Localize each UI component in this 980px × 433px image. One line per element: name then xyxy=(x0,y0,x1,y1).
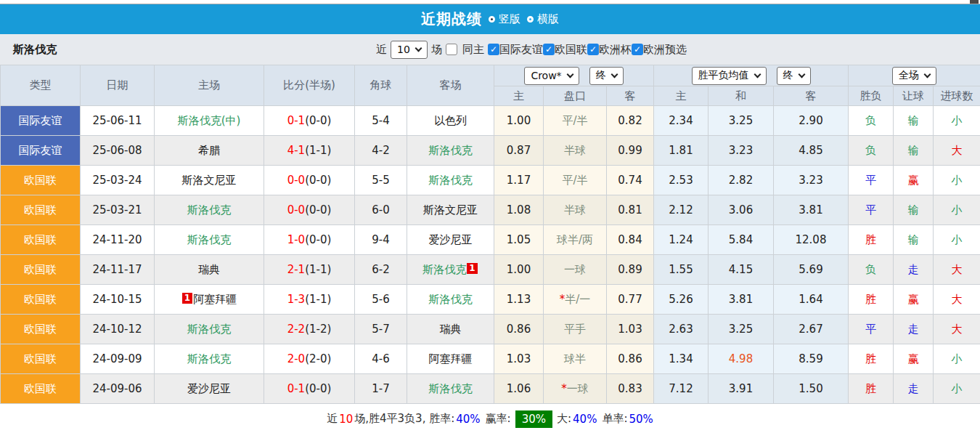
scrollbar-corner xyxy=(970,0,979,4)
chevron-down-icon xyxy=(611,71,618,78)
col-header-date: 日期 xyxy=(81,65,155,106)
league-checkbox[interactable] xyxy=(587,44,599,55)
result-goals: 小 xyxy=(934,106,980,136)
red-card-badge: 1 xyxy=(467,263,477,274)
odds-away: 0.81 xyxy=(607,195,654,225)
col-header-away: 客场 xyxy=(407,65,494,106)
avg-draw: 2.82 xyxy=(709,166,774,195)
chevron-down-icon xyxy=(566,71,573,78)
fulltime-score: 2-0 xyxy=(287,352,306,365)
summary-single-label: 单率: xyxy=(602,412,627,426)
avg-home: 2.63 xyxy=(654,315,709,344)
type-badge: 欧国联 xyxy=(1,344,81,374)
home-team: 斯洛伐克 xyxy=(155,195,264,225)
summary-win-rate: 40% xyxy=(456,413,480,426)
avg-away: 1.50 xyxy=(774,374,849,404)
league-filter-item[interactable]: 欧国联 xyxy=(543,43,587,57)
radio-unselected-icon[interactable] xyxy=(527,16,534,23)
bookmaker-select[interactable]: Crow* xyxy=(524,67,579,85)
handicap-label: 一球 xyxy=(564,263,586,276)
corners: 5-7 xyxy=(355,315,407,344)
fulltime-score: 1-0 xyxy=(287,233,306,246)
corners: 5-6 xyxy=(355,285,407,315)
results-body: 国际友谊25-06-11斯洛伐克(中)0-1(0-0)5-4以色列1.00平/半… xyxy=(1,106,980,404)
league-filter-item[interactable]: 欧洲预选 xyxy=(632,43,687,57)
match-date: 24-10-12 xyxy=(81,315,155,344)
avg-type-select[interactable]: 胜平负均值 xyxy=(692,67,767,85)
score: 0-0(0-0) xyxy=(264,166,355,195)
scope-group-header: 全场 xyxy=(849,65,980,86)
avg-home: 1.34 xyxy=(654,344,709,374)
result-wdl: 平 xyxy=(849,195,894,225)
team-label: 斯洛文尼亚 xyxy=(182,174,237,187)
avg-away: 1.64 xyxy=(774,285,849,315)
match-date: 24-11-20 xyxy=(81,225,155,255)
handicap-label: 球半 xyxy=(564,352,586,365)
league-checkbox[interactable] xyxy=(543,44,555,55)
scope-select[interactable]: 全场 xyxy=(892,67,936,85)
avg-home: 1.24 xyxy=(654,225,709,255)
fulltime-score: 0-1 xyxy=(287,114,306,127)
bookmaker-time-select[interactable]: 终 xyxy=(589,67,624,85)
league-filter-item[interactable]: 国际友谊 xyxy=(488,43,543,57)
match-count-value: 10 xyxy=(397,44,410,55)
corners: 6-2 xyxy=(355,255,407,285)
team-label: 斯洛伐克 xyxy=(429,174,473,187)
avg-away: 8.59 xyxy=(774,344,849,374)
league-filter-item[interactable]: 欧洲杯 xyxy=(587,43,632,57)
same-home-checkbox[interactable] xyxy=(446,44,457,55)
league-checkbox[interactable] xyxy=(632,44,643,55)
team-label: 斯洛文尼亚 xyxy=(423,203,478,216)
filter-bar: 斯洛伐克 近 10 场 同主 国际友谊欧国联欧洲杯欧洲预选 xyxy=(0,34,980,65)
match-count-select[interactable]: 10 xyxy=(391,41,428,59)
result-wdl: 负 xyxy=(849,136,894,166)
result-handicap: 输 xyxy=(894,136,934,166)
match-date: 25-03-21 xyxy=(81,195,155,225)
odds-away: 0.84 xyxy=(607,225,654,255)
odds-handicap: 平手 xyxy=(544,315,607,344)
table-row: 欧国联24-09-09斯洛伐克2-0(2-0)4-6阿塞拜疆1.03球半0.86… xyxy=(1,344,980,374)
radio-selected-icon[interactable] xyxy=(489,16,495,23)
result-wdl: 胜 xyxy=(849,344,894,374)
handicap-label: 半/一 xyxy=(565,293,590,306)
avg-group-header: 胜平负均值 终 xyxy=(654,65,849,86)
corners: 5-5 xyxy=(355,166,407,195)
result-handicap: 赢 xyxy=(894,344,934,374)
fulltime-score: 2-2 xyxy=(287,323,306,336)
layout-horizontal-option[interactable]: 横版 xyxy=(527,12,559,26)
home-team: 希腊 xyxy=(155,136,264,166)
avg-away: 3.23 xyxy=(774,166,849,195)
away-team: 阿塞拜疆 xyxy=(407,344,494,374)
avg-home: 1.81 xyxy=(654,136,709,166)
avg-home: 2.12 xyxy=(654,195,709,225)
team-label: 斯洛伐克 xyxy=(429,382,473,395)
layout-vertical-option[interactable]: 竖版 xyxy=(489,12,520,26)
halftime-score: (1-1) xyxy=(305,263,331,276)
odds-home: 1.06 xyxy=(494,374,544,404)
team-label: 斯洛伐克 xyxy=(422,263,466,276)
col-header-corners: 角球 xyxy=(355,65,407,106)
home-team: 1阿塞拜疆 xyxy=(155,285,264,315)
chevron-down-icon xyxy=(798,71,805,78)
type-badge: 欧国联 xyxy=(1,195,81,225)
chevron-down-icon xyxy=(924,71,931,78)
away-team: 斯洛伐克 xyxy=(407,374,494,404)
team-label: 斯洛伐克 xyxy=(187,203,231,216)
red-card-badge: 1 xyxy=(182,293,192,304)
result-goals: 小 xyxy=(934,166,980,195)
corners: 5-4 xyxy=(355,106,407,136)
avg-away: 5.69 xyxy=(774,255,849,285)
avg-away: 3.81 xyxy=(774,195,849,225)
col-header-avg-draw: 和 xyxy=(709,86,774,106)
halftime-score: (0-0) xyxy=(305,233,331,246)
league-checkbox[interactable] xyxy=(488,44,499,55)
home-team: 爱沙尼亚 xyxy=(155,374,264,404)
result-goals: 大 xyxy=(934,255,980,285)
halftime-score: (0-0) xyxy=(305,382,331,395)
avg-draw: 3.06 xyxy=(709,195,774,225)
result-wdl: 胜 xyxy=(849,225,894,255)
result-wdl: 胜 xyxy=(849,374,894,404)
avg-time-select[interactable]: 终 xyxy=(777,67,811,85)
odds-home: 1.00 xyxy=(494,255,544,285)
filter-controls: 近 10 场 同主 国际友谊欧国联欧洲杯欧洲预选 xyxy=(376,41,687,59)
